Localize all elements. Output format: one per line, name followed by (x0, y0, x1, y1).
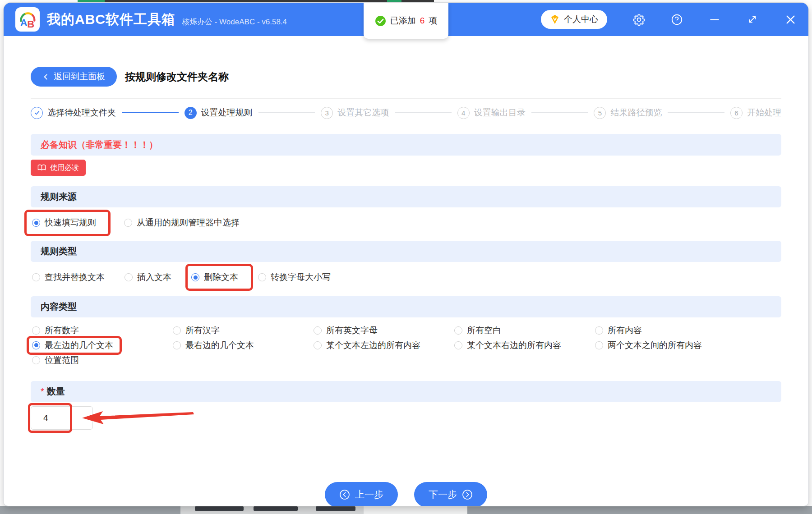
step-3-other-options: 3 设置其它选项 (321, 107, 389, 119)
radio-label: 删除文本 (204, 271, 238, 283)
radio-label: 某个文本右边的所有内容 (467, 340, 561, 351)
radio-label: 所有内容 (608, 325, 642, 336)
app-subtitle: 核烁办公 - WodeABC - v6.58.4 (182, 17, 287, 27)
radio-dot-icon (595, 341, 603, 349)
abc-logo-icon: A B (17, 9, 38, 30)
chevron-left-icon (42, 73, 49, 80)
radio-all-english-letters[interactable]: 所有英文字母 (314, 325, 378, 336)
radio-dot-icon (191, 273, 199, 281)
settings-gear-icon[interactable] (632, 13, 645, 26)
radio-leftmost-texts[interactable]: 最左边的几个文本 (32, 340, 113, 351)
step-number: 2 (185, 107, 197, 119)
radio-label: 从通用的规则管理器中选择 (137, 217, 240, 229)
back-button-label: 返回到主面板 (54, 71, 105, 83)
step-label: 设置处理规则 (201, 107, 253, 119)
step-connector (258, 112, 315, 113)
annotation-arrow-icon (81, 410, 195, 426)
radio-dot-icon (32, 219, 40, 227)
maximize-resize-icon[interactable] (746, 13, 759, 26)
page-header-row: 返回到主面板 按规则修改文件夹名称 (31, 67, 781, 87)
open-book-icon (37, 164, 46, 171)
radio-label: 所有空白 (467, 325, 501, 336)
important-notice-banner: 必备知识（非常重要！！！） (31, 134, 781, 156)
radio-label: 转换字母大小写 (271, 271, 331, 283)
radio-convert-letter-case[interactable]: 转换字母大小写 (258, 271, 331, 283)
next-step-label: 下一步 (429, 488, 457, 501)
radio-label: 插入文本 (137, 271, 171, 283)
radio-content-between-texts[interactable]: 两个文本之间的所有内容 (595, 340, 702, 351)
svg-text:B: B (27, 18, 34, 30)
radio-content-right-of-text[interactable]: 某个文本右边的所有内容 (454, 340, 561, 351)
radio-dot-icon (32, 326, 40, 335)
radio-dot-icon (258, 273, 266, 281)
step-connector (122, 112, 179, 113)
quantity-title: 数量 (47, 386, 65, 398)
radio-dot-icon (32, 356, 40, 364)
titlebar-controls: 个人中心 (541, 10, 797, 29)
quantity-input[interactable] (31, 406, 93, 430)
radio-dot-icon (125, 273, 133, 281)
minimize-icon[interactable] (708, 13, 721, 26)
radio-quick-fill-rule[interactable]: 快速填写规则 (32, 217, 96, 229)
radio-delete-text[interactable]: 删除文本 (191, 271, 238, 283)
back-to-main-button[interactable]: 返回到主面板 (31, 67, 117, 87)
step-label: 设置输出目录 (474, 107, 526, 119)
step-1-check-icon (31, 107, 43, 119)
radio-label: 所有汉字 (185, 325, 220, 336)
radio-all-content[interactable]: 所有内容 (595, 325, 642, 336)
next-step-button[interactable]: 下一步 (414, 482, 487, 506)
rule-source-band: 规则来源 (31, 186, 781, 207)
toast-count: 6 (420, 16, 425, 26)
help-icon[interactable] (670, 13, 683, 26)
user-center-label: 个人中心 (564, 14, 598, 25)
step-label: 开始处理 (747, 107, 781, 119)
step-connector (395, 112, 452, 113)
radio-content-left-of-text[interactable]: 某个文本左边的所有内容 (314, 340, 420, 351)
quantity-band: * 数量 (31, 381, 781, 402)
must-read-label: 使用必读 (50, 163, 79, 173)
step-6-start: 6 开始处理 (730, 107, 781, 119)
step-label: 结果路径预览 (610, 107, 662, 119)
success-check-icon (375, 15, 386, 27)
step-4-output-dir: 4 设置输出目录 (457, 107, 526, 119)
radio-label: 最右边的几个文本 (185, 340, 254, 351)
toast-prefix: 已添加 (390, 15, 416, 27)
rule-source-options: 快速填写规则 从通用的规则管理器中选择 (31, 216, 781, 229)
main-content: 返回到主面板 按规则修改文件夹名称 选择待处理文件夹 2 设置处理规则 (4, 67, 808, 506)
user-center-button[interactable]: 个人中心 (541, 10, 607, 29)
svg-text:A: A (20, 17, 28, 28)
radio-rightmost-texts[interactable]: 最右边的几个文本 (173, 340, 254, 351)
must-read-button[interactable]: 使用必读 (31, 160, 86, 176)
step-label: 设置其它选项 (337, 107, 389, 119)
rule-type-band: 规则类型 (31, 241, 781, 262)
background-text-fragment (316, 506, 355, 511)
radio-label: 所有英文字母 (326, 325, 378, 336)
radio-dot-icon (173, 341, 181, 349)
previous-step-button[interactable]: 上一步 (325, 482, 398, 506)
step-number: 3 (321, 107, 333, 119)
vip-gem-icon (550, 14, 560, 24)
background-text-fragment (195, 506, 244, 511)
step-2-set-rules: 2 设置处理规则 (185, 107, 253, 119)
rule-source-title: 规则来源 (41, 191, 77, 203)
quantity-input-row (31, 406, 781, 431)
radio-all-whitespace[interactable]: 所有空白 (454, 325, 501, 336)
radio-from-rule-manager[interactable]: 从通用的规则管理器中选择 (124, 217, 240, 229)
radio-find-replace-text[interactable]: 查找并替换文本 (32, 271, 105, 283)
circle-chevron-left-icon (339, 489, 350, 500)
rule-type-title: 规则类型 (41, 245, 77, 257)
background-text-fragment (254, 506, 298, 511)
previous-step-label: 上一步 (355, 488, 383, 501)
background-window-bottom-sliver (0, 506, 812, 514)
radio-insert-text[interactable]: 插入文本 (125, 271, 171, 283)
page-title: 按规则修改文件夹名称 (125, 70, 229, 84)
radio-position-range[interactable]: 位置范围 (32, 354, 79, 366)
content-type-row: 位置范围 (31, 353, 781, 367)
content-type-band: 内容类型 (31, 296, 781, 317)
radio-all-chinese[interactable]: 所有汉字 (173, 325, 220, 336)
radio-label: 所有数字 (45, 325, 79, 336)
radio-all-digits[interactable]: 所有数字 (32, 325, 79, 336)
close-icon[interactable] (784, 13, 797, 26)
step-5-result-preview: 5 结果路径预览 (594, 107, 662, 119)
radio-label: 快速填写规则 (45, 217, 96, 229)
